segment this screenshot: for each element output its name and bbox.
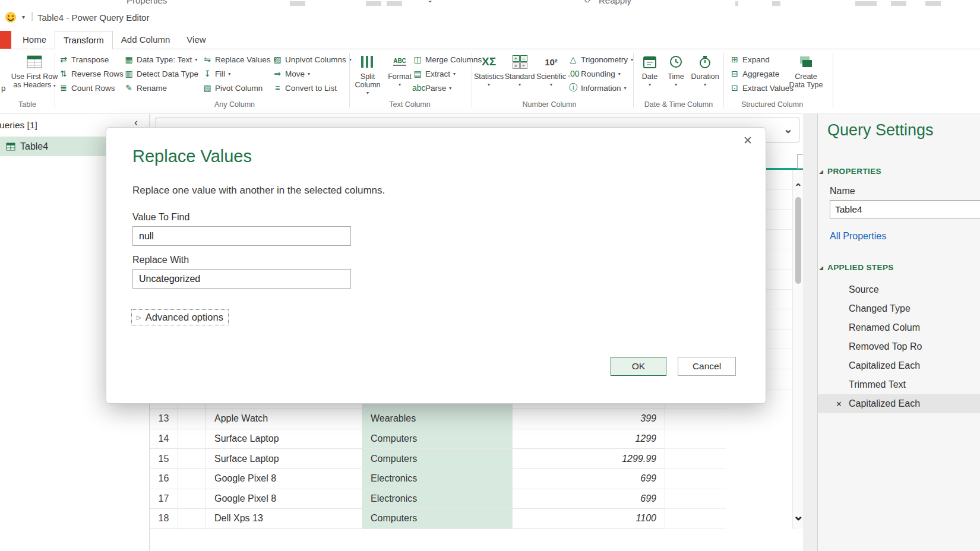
date-button[interactable]: Date ▾	[637, 52, 663, 89]
price-cell[interactable]: 1299	[513, 429, 665, 449]
value-to-find-input[interactable]	[132, 226, 351, 246]
ribbon-tab[interactable]: Home	[14, 31, 55, 49]
applied-step[interactable]: Source	[818, 280, 980, 299]
product-cell[interactable]: Surface Laptop	[206, 449, 362, 469]
any-column-col1: ▦ Data Type: Text ▾ ▥ Detect Data Type ✎…	[124, 52, 198, 95]
ribbon-button-label: Convert to List	[285, 84, 337, 93]
price-cell[interactable]: 1100	[513, 509, 665, 529]
ribbon-button[interactable]: ⇋ Replace Values ▾	[202, 52, 276, 66]
product-cell[interactable]: Apple Watch	[206, 409, 362, 429]
scientific-button[interactable]: 10² Scientific ▾	[536, 52, 567, 89]
category-cell[interactable]: Computers	[362, 449, 513, 469]
category-cell[interactable]: Computers	[362, 429, 513, 449]
product-cell[interactable]: Dell Xps 13	[206, 509, 362, 529]
formula-bar-expand-icon[interactable]: ⌄	[783, 122, 793, 136]
ribbon-button[interactable]: ⊟ Aggregate	[729, 66, 794, 81]
any-column-col2: ⇋ Replace Values ▾ ↧ Fill ▾ ▧ Pivot Colu…	[202, 52, 276, 95]
table-row[interactable]: 13 Apple Watch Wearables 399	[150, 409, 792, 429]
applied-step[interactable]: Removed Top Ro	[818, 337, 980, 356]
group-label-table: Table	[0, 100, 55, 110]
ribbon-button[interactable]: ⇒ Move ▾	[272, 66, 352, 81]
ribbon-button[interactable]: ▧ Pivot Column	[202, 81, 276, 95]
table-row[interactable]: 15 Surface Laptop Computers 1299.99	[150, 449, 792, 469]
advanced-options-toggle[interactable]: ▷ Advanced options	[131, 309, 229, 325]
split-column-button[interactable]: Split Column ▾	[353, 52, 382, 97]
empty-cell[interactable]	[178, 409, 206, 429]
product-cell[interactable]: Google Pixel 8	[206, 489, 362, 509]
ribbon-button[interactable]: ▥ Detect Data Type	[124, 66, 198, 81]
table-row[interactable]: 14 Surface Laptop Computers 1299	[150, 429, 792, 449]
ribbon-button[interactable]: ⊞ Expand	[729, 52, 794, 66]
section-collapse-icon[interactable]: ◢	[819, 169, 823, 175]
file-tab-clipped[interactable]	[0, 31, 11, 49]
all-properties-link[interactable]: All Properties	[830, 231, 886, 242]
table-row[interactable]: 18 Dell Xps 13 Computers 1100	[150, 509, 792, 529]
ribbon-tab[interactable]: Add Column	[113, 31, 179, 49]
time-button[interactable]: Time ▾	[664, 52, 688, 89]
applied-step[interactable]: Trimmed Text	[818, 375, 980, 394]
table-row[interactable]: 17 Google Pixel 8 Electronics 699	[150, 489, 792, 509]
category-cell[interactable]: Wearables	[362, 409, 513, 429]
product-cell[interactable]: Surface Laptop	[206, 429, 362, 449]
replace-with-input[interactable]	[132, 269, 351, 289]
ribbon-button[interactable]: .00 Rounding ▾	[568, 66, 633, 81]
price-cell[interactable]: 699	[513, 489, 665, 509]
ribbon-tab[interactable]: View	[178, 31, 214, 49]
category-cell[interactable]: Computers	[362, 509, 513, 529]
name-input[interactable]	[830, 200, 980, 218]
applied-step[interactable]: Renamed Colum	[818, 318, 980, 337]
ok-button[interactable]: OK	[611, 357, 666, 376]
applied-step[interactable]: Capitalized Each	[818, 356, 980, 375]
scrollbar-thumb[interactable]	[795, 197, 801, 284]
standard-button[interactable]: +−×÷ Standard ▾	[505, 52, 535, 89]
table-row[interactable]: 16 Google Pixel 8 Electronics 699	[150, 469, 792, 489]
category-cell[interactable]: Electronics	[362, 489, 513, 509]
ribbon-button[interactable]: ▦ Data Type: Text ▾	[124, 52, 198, 66]
panel-gutter	[803, 114, 817, 551]
statistics-button[interactable]: ΧΣ Statistics ▾	[475, 52, 502, 89]
cancel-button[interactable]: Cancel	[678, 357, 736, 376]
price-cell[interactable]: 699	[513, 469, 665, 489]
title-bar: ▾ | Table4 - Power Query Editor	[0, 7, 980, 30]
empty-cell[interactable]	[178, 469, 206, 489]
scroll-up-icon[interactable]: ⌃	[793, 182, 804, 193]
empty-cell[interactable]	[178, 449, 206, 469]
duration-button[interactable]: Duration ▾	[689, 52, 721, 89]
product-cell[interactable]: Google Pixel 8	[206, 469, 362, 489]
delete-step-icon[interactable]: ✕	[836, 400, 842, 408]
price-cell[interactable]: 399	[513, 409, 665, 429]
use-first-row-as-headers-button[interactable]: Use First Row as Headers ▾	[12, 52, 57, 90]
ribbon-button[interactable]: ⇅ Reverse Rows	[58, 66, 124, 81]
applied-step[interactable]: Changed Type	[818, 299, 980, 318]
format-button[interactable]: ABC Format ▾	[386, 52, 413, 89]
ribbon-button-icon: ↧	[202, 69, 213, 78]
price-cell[interactable]: 1299.99	[513, 449, 665, 469]
empty-cell[interactable]	[178, 489, 206, 509]
ribbon-button[interactable]: ⇄ Transpose	[58, 52, 124, 66]
button-label: as Headers ▾	[13, 81, 55, 90]
ribbon-button[interactable]: △ Trigonometry ▾	[568, 52, 633, 66]
ribbon-button[interactable]: ✎ Rename	[124, 81, 198, 95]
quick-access-dropdown-icon[interactable]: ▾	[22, 14, 25, 20]
ribbon-tab[interactable]: Transform	[55, 31, 113, 49]
create-data-type-button[interactable]: Create Data Type	[786, 52, 826, 89]
section-collapse-icon[interactable]: ◢	[819, 265, 823, 271]
ribbon-button[interactable]: ▨ Unpivot Columns ▾	[272, 52, 352, 66]
ribbon-button[interactable]: ⊡ Extract Values	[729, 81, 794, 95]
ribbon-button[interactable]: ≣ Count Rows	[58, 81, 124, 95]
applied-step[interactable]: ✕ Capitalized Each	[818, 394, 980, 413]
clipped-ribbon-button[interactable]: p	[0, 52, 9, 96]
ribbon-button[interactable]: ↧ Fill ▾	[202, 66, 276, 81]
category-cell[interactable]: Electronics	[362, 469, 513, 489]
empty-cell[interactable]	[178, 429, 206, 449]
empty-cell[interactable]	[178, 509, 206, 529]
scroll-down-icon[interactable]: ⌄	[793, 508, 804, 524]
feedback-smiley-icon[interactable]	[5, 11, 17, 23]
ribbon-button[interactable]: ≡ Convert to List	[272, 81, 352, 95]
ribbon-button-label: Merge Columns	[425, 55, 482, 64]
close-dialog-icon[interactable]: ✕	[743, 134, 753, 147]
ribbon-button[interactable]: ⓘ Information ▾	[568, 81, 633, 95]
grid-vertical-scrollbar[interactable]: ⌃ ⌄	[792, 170, 803, 529]
applied-step-label: Changed Type	[849, 303, 911, 314]
collapse-pane-icon[interactable]: ‹	[134, 117, 138, 128]
